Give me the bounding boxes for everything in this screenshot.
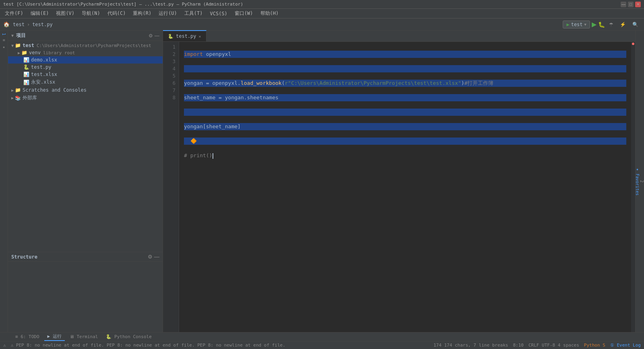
line-numbers: 1 2 3 4 5 6 7 8 [163,42,179,332]
tree-item-external[interactable]: ▶ 📚 外部库 [8,94,163,102]
tree-item-testxlsx[interactable]: 📊 test.xlsx [8,71,163,78]
event-log[interactable]: ① Event Log [610,343,641,348]
line-number-8: 8 [163,94,175,101]
favorites-label-1[interactable]: ★ Favorites [635,164,640,199]
line-number-4: 4 [163,65,175,72]
tree-label-scratches: Scratches and Consoles [23,87,87,93]
tab-terminal[interactable]: 🖥 Terminal [66,333,101,340]
coverage-button[interactable]: ☂ [607,21,616,28]
status-bar: ⚠ ⚠ PEP 8: no newline at end of file. PE… [0,341,644,349]
tree-label-demoxlsx: demo.xlsx [31,57,57,63]
error-marker [632,43,634,45]
bookmark-icon[interactable]: ★ [2,44,6,50]
code-editor[interactable]: 1 2 3 4 5 6 7 8 import openpyxl yongan =… [163,42,635,332]
menu-code[interactable]: 代码(C) [104,9,129,18]
menu-vcs[interactable]: VCS(S) [207,10,231,17]
structure-panel-header: Structure ⚙ — [8,252,163,262]
chevron-down-icon: ▼ [584,23,586,27]
status-python[interactable]: Python S [584,343,605,348]
menu-window[interactable]: 窗口(W) [231,9,256,18]
tree-item-root[interactable]: ▼ 📁 test C:\Users\Administrator\PycharmP… [8,42,163,49]
structure-collapse-button[interactable]: — [154,254,159,260]
library-icon: 📚 [15,95,21,101]
tab-todo[interactable]: ≡ 6: TODO [12,333,43,340]
tab-python-icon: 🐍 [168,34,173,39]
run-button[interactable]: ▶ [592,21,597,28]
menu-view[interactable]: 视图(V) [53,9,78,18]
project-collapse-button[interactable]: — [155,33,159,39]
editor-right-margin [631,42,635,332]
project-sidebar-icon[interactable]: 1 [1,32,7,36]
menu-file[interactable]: 文件(F) [2,9,27,18]
editor-area: 🐍 test.py ✕ 1 2 3 4 5 6 7 8 import openp… [163,31,635,332]
profile-button[interactable]: ⚡ [617,21,628,28]
tab-label-testpy: test.py [176,33,196,39]
run-config-selector[interactable]: ▶ test ▼ [563,21,590,29]
project-settings-button[interactable]: ⚙ [149,33,153,39]
code-line-4: sheet_name = yongan.sheetnames [184,94,626,101]
code-line-8: # print() [184,152,626,159]
project-panel: ▼ 项目 ⚙ — ▼ 📁 test C:\Users\Administrator… [8,31,163,332]
run-config-icon: ▶ [566,22,569,27]
tree-arrow-venv: ▶ [18,51,20,55]
scratches-icon: 📁 [15,87,21,93]
editor-tab-testpy[interactable]: 🐍 test.py ✕ [163,30,206,41]
python-icon-test: 🐍 [23,64,29,70]
status-bar-left: ⚠ ⚠ PEP 8: no newline at end of file. PE… [3,343,285,348]
breadcrumb-testpy[interactable]: test.py [32,22,53,27]
tree-item-venv[interactable]: ▶ 📁 venv library root [8,49,163,56]
tree-arrow-external: ▶ [11,96,14,100]
line-number-5: 5 [163,72,175,80]
tree-label-external: 外部库 [23,94,37,101]
menu-run[interactable]: 运行(U) [155,9,180,18]
excel-icon-test: 📊 [23,72,29,77]
code-content-area[interactable]: import openpyxl yongan = openpyxl.load_w… [179,42,631,332]
project-panel-header: ▼ 项目 ⚙ — [8,31,163,41]
project-title-row: ▼ 项目 [11,32,26,39]
tab-close-button[interactable]: ✕ [199,34,201,39]
left-sidebar-icons: 1 ≡ ★ [0,31,8,332]
tree-item-demoxlsx[interactable]: 📊 demo.xlsx [8,56,163,64]
structure-panel: Structure ⚙ — [8,252,163,332]
code-line-3: yongan = openpyxl.load_workbook(r"C:\Use… [184,80,626,87]
search-button[interactable]: 🔍 [630,21,641,28]
menu-help[interactable]: 帮助(H) [257,9,282,18]
tree-item-testpy[interactable]: 🐍 test.py [8,64,163,71]
tab-python-console[interactable]: 🐍 Python Console [103,333,155,340]
project-expand-icon: ▼ [11,33,14,38]
breadcrumb-sep: › [27,22,30,27]
line-number-1: 1 [163,43,175,51]
tree-item-anxlsx[interactable]: 📊 永安.xlsx [8,78,163,86]
folder-icon: 📁 [15,43,21,48]
status-warnings[interactable]: ⚠ PEP 8: no newline at end of file. PEP … [11,343,285,348]
main-layout: 1 ≡ ★ ▼ 项目 ⚙ — ▼ 📁 test C:\Users\Adminis… [0,31,644,332]
menu-navigate[interactable]: 导航(N) [78,9,103,18]
tree-label-anxlsx: 永安.xlsx [31,79,55,86]
code-line-1: import openpyxl [184,51,626,58]
favorites-label-2[interactable]: 2 [640,177,644,186]
menu-tools[interactable]: 工具(T) [181,9,206,18]
breadcrumb-test[interactable]: test [13,22,25,27]
menu-edit[interactable]: 编辑(E) [27,9,52,18]
excel-icon-demo: 📊 [23,57,29,63]
tree-label-venv: venv [29,50,41,55]
structure-sidebar-icon[interactable]: ≡ [2,37,6,43]
status-warning-icon: ⚠ [3,343,6,348]
tree-item-scratches[interactable]: ▶ 📁 Scratches and Consoles [8,86,163,94]
status-position: 174 174 chars, 7 line breaks [433,343,508,348]
line-number-2: 2 [163,51,175,58]
structure-settings-button[interactable]: ⚙ [148,254,153,260]
debug-button[interactable]: 🐛 [598,21,605,28]
tab-run[interactable]: ▶ 运行 [44,333,65,341]
tree-path-root: C:\Users\Administrator\PycharmProjects\t… [37,43,151,48]
file-tree: ▼ 📁 test C:\Users\Administrator\PycharmP… [8,41,163,252]
tree-arrow-root: ▼ [11,43,14,48]
close-button[interactable]: ✕ [635,2,641,7]
menu-refactor[interactable]: 重构(R) [130,9,155,18]
venv-folder-icon: 📁 [21,50,27,55]
project-panel-title: 项目 [16,32,26,39]
tree-label-root: test [23,43,34,48]
toolbar: 🏠 test › test.py ▶ test ▼ ▶ 🐛 ☂ ⚡ 🔍 [0,18,644,31]
maximize-button[interactable]: □ [628,2,634,7]
minimize-button[interactable]: — [621,2,626,7]
